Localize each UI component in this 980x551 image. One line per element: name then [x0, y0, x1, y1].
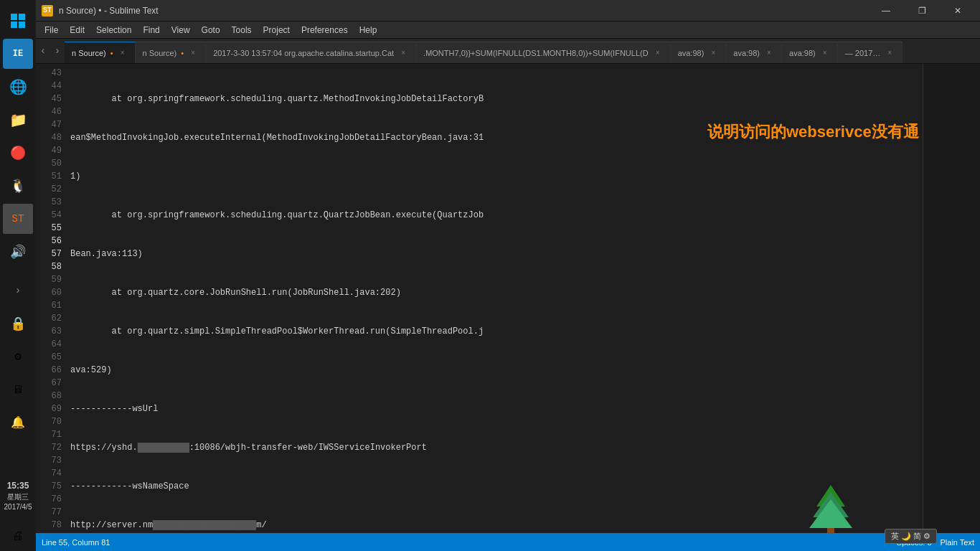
code-line-44: ean$MethodInvokingJob.executeInternal(Me… — [70, 131, 917, 144]
tab-2-close[interactable]: × — [398, 48, 408, 58]
menu-bar: File Edit Selection Find View Goto Tools… — [36, 22, 980, 39]
taskbar-icon-4[interactable]: 🔴 — [3, 138, 33, 168]
taskbar-icon-9[interactable]: ⚙ — [3, 342, 33, 372]
windows-taskbar: IE 🌐 📁 🔴 🐧 ST 🔊 › 🔒 ⚙ 🖥 🔔 15:35 星期三 2017… — [0, 0, 36, 551]
taskbar-icon-5[interactable]: 🐧 — [3, 171, 33, 201]
tab-7[interactable]: — 2017… × — [838, 42, 903, 63]
menu-view[interactable]: View — [166, 24, 196, 37]
taskbar-icon-7[interactable]: 🔊 — [3, 237, 33, 267]
taskbar-bottom-icon[interactable]: 🖨 — [3, 521, 33, 551]
title-bar: ST n Source) • - Sublime Text — ❐ ✕ — [36, 0, 980, 22]
tab-6[interactable]: ava:98) × — [782, 42, 838, 63]
taskbar-icon-11[interactable]: 🔔 — [3, 408, 33, 438]
tab-3-label: .MONTH7,0)}+SUM(IFNULL(DS1.MONTH8,0))+SU… — [423, 49, 649, 57]
code-line-52: https://yshd.██████████:10086/wbjh-trans… — [70, 441, 917, 454]
tab-5-label: ava:98) — [733, 49, 760, 57]
code-line-43: at org.springframework.scheduling.quartz… — [70, 93, 917, 105]
editor-wrapper: 43 44 45 46 47 48 49 50 51 52 53 54 55 5… — [36, 64, 980, 533]
minimap[interactable] — [923, 64, 980, 533]
code-line-53: ------------wsNameSpace — [70, 480, 917, 493]
window-controls: — ❐ ✕ — [870, 0, 974, 22]
windows-start-icon[interactable] — [3, 6, 33, 36]
tab-4-close[interactable]: × — [708, 48, 718, 58]
svg-rect-1 — [19, 14, 25, 20]
code-line-50: ava:529) — [70, 364, 917, 377]
tab-3-close[interactable]: × — [653, 48, 663, 58]
tree-decoration — [750, 468, 808, 526]
status-bar: Line 55, Column 81 Spaces: 8 Plain Text — [36, 533, 980, 551]
close-button[interactable]: ✕ — [941, 0, 974, 22]
expand-sidebar-icon[interactable]: › — [3, 276, 33, 306]
svg-rect-3 — [19, 22, 25, 28]
code-line-51: ------------wsUrl — [70, 402, 917, 415]
tab-5-close[interactable]: × — [764, 48, 774, 58]
tab-0-close[interactable]: × — [118, 48, 128, 58]
app-icon: ST — [42, 5, 53, 17]
svg-rect-0 — [11, 14, 17, 20]
tab-4[interactable]: ava:98) × — [671, 42, 727, 63]
code-line-54: http://server.nm████████████████████m/ — [70, 519, 917, 532]
maximize-button[interactable]: ❐ — [905, 0, 938, 22]
tab-1[interactable]: n Source) • × — [136, 42, 207, 63]
menu-find[interactable]: Find — [137, 24, 165, 37]
tab-0-label: n Source) — [72, 49, 106, 57]
menu-selection[interactable]: Selection — [90, 24, 137, 37]
clock-day: 星期三 — [4, 492, 32, 502]
svg-marker-6 — [813, 492, 849, 517]
taskbar-clock: 15:35 星期三 2017/4/5 — [4, 480, 32, 512]
editor-body: 43 44 45 46 47 48 49 50 51 52 53 54 55 5… — [36, 64, 980, 533]
svg-rect-2 — [11, 22, 17, 28]
menu-tools[interactable]: Tools — [226, 24, 258, 37]
code-line-49: at org.quartz.simpl.SimpleThreadPool$Wor… — [70, 325, 917, 338]
tab-1-label: n Source) — [143, 49, 177, 57]
tab-nav-left[interactable]: ‹ — [36, 39, 50, 63]
clock-time: 15:35 — [4, 480, 32, 492]
cjk-input-button[interactable]: 英 🌙 简 ⚙ — [885, 529, 937, 544]
minimize-button[interactable]: — — [870, 0, 903, 22]
taskbar-icon-8[interactable]: 🔒 — [3, 309, 33, 339]
code-line-46: at org.springframework.scheduling.quartz… — [70, 209, 917, 222]
tab-5[interactable]: ava:98) × — [726, 42, 782, 63]
tab-6-close[interactable]: × — [820, 48, 830, 58]
code-line-48: at org.quartz.core.JobRunShell.run(JobRu… — [70, 286, 917, 299]
taskbar-icon-1[interactable]: IE — [3, 39, 33, 69]
code-line-47: Bean.java:113) — [70, 248, 917, 260]
tab-7-close[interactable]: × — [885, 48, 895, 58]
tab-1-close[interactable]: × — [188, 48, 198, 58]
tab-4-label: ava:98) — [678, 49, 705, 57]
menu-file[interactable]: File — [39, 24, 64, 37]
tab-nav-right[interactable]: › — [50, 39, 65, 63]
line-numbers: 43 44 45 46 47 48 49 50 51 52 53 54 55 5… — [36, 64, 65, 533]
clock-date: 2017/4/5 — [4, 502, 32, 512]
taskbar-icon-10[interactable]: 🖥 — [3, 375, 33, 405]
tab-7-label: — 2017… — [845, 49, 881, 57]
menu-edit[interactable]: Edit — [64, 24, 90, 37]
tab-3[interactable]: .MONTH7,0)}+SUM(IFNULL(DS1.MONTH8,0))+SU… — [416, 42, 671, 63]
menu-help[interactable]: Help — [354, 24, 383, 37]
taskbar-icon-6[interactable]: ST — [3, 204, 33, 234]
status-left: Line 55, Column 81 — [42, 538, 110, 547]
tab-2[interactable]: 2017-3-30 13:57:04 org.apache.catalina.s… — [206, 42, 416, 63]
menu-goto[interactable]: Goto — [196, 24, 226, 37]
taskbar-icon-3[interactable]: 📁 — [3, 105, 33, 135]
title-left: ST n Source) • - Sublime Text — [42, 5, 159, 17]
tab-6-label: ava:98) — [789, 49, 816, 57]
tab-bar: ‹ › n Source) • × n Source) • × 2017-3-3… — [36, 39, 980, 64]
menu-preferences[interactable]: Preferences — [296, 24, 354, 37]
code-line-45: 1) — [70, 170, 917, 183]
code-editor[interactable]: at org.springframework.scheduling.quartz… — [65, 64, 923, 533]
status-position: Line 55, Column 81 — [42, 538, 110, 547]
window-title: n Source) • - Sublime Text — [59, 6, 159, 16]
tab-2-label: 2017-3-30 13:57:04 org.apache.catalina.s… — [213, 49, 394, 57]
taskbar-icon-2[interactable]: 🌐 — [3, 72, 33, 102]
tab-0[interactable]: n Source) • × — [65, 42, 136, 63]
menu-project[interactable]: Project — [258, 24, 296, 37]
status-encoding: Plain Text — [941, 538, 975, 547]
